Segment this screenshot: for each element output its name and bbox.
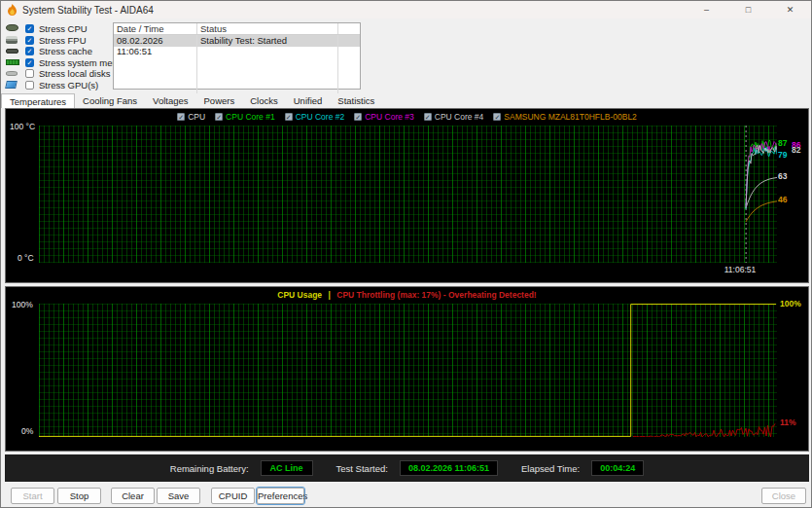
usage-title-separator: | [328,290,330,300]
maximize-button[interactable]: □ [727,1,769,18]
legend-label[interactable]: CPU Core #3 [365,112,414,122]
title-bar: System Stability Test - AIDA64 – □ ✕ [1,1,811,18]
close-button[interactable]: Close [761,488,806,504]
legend-checkbox[interactable]: ✓ [215,113,223,121]
preferences-button[interactable]: Preferences [257,488,304,504]
usage-chart-panel: CPU Usage | CPU Throttling (max: 17%) - … [5,286,809,452]
stress-checkbox[interactable]: ✓ [25,58,34,67]
log-table-rows: 08.02.2026 11:06:51Stability Test: Start… [114,35,360,93]
log-col-date-header[interactable]: Date / Time [114,23,197,34]
usage-plot [39,304,777,437]
test-started-value-lcd: 08.02.2026 11:06:51 [400,460,498,476]
disk-icon [6,69,19,78]
elapsed-time-label: Elapsed Time: [521,463,580,474]
usage-right-value: 11% [780,417,796,427]
legend-item: ✓CPU Core #1 [215,112,275,122]
stress-checkbox[interactable]: ✓ [25,36,34,45]
temperature-chart-panel: ✓CPU✓CPU Core #1✓CPU Core #2✓CPU Core #3… [5,108,809,283]
log-row-empty [114,58,360,70]
minimize-button[interactable]: – [686,1,727,18]
log-row-empty [114,70,360,82]
window-title: System Stability Test - AIDA64 [22,5,154,16]
save-button[interactable]: Save [157,488,200,504]
temp-end-value: 46 [778,195,787,204]
stress-label[interactable]: Stress local disks [39,68,110,79]
temp-end-value: 63 [778,171,787,181]
stress-checkbox[interactable]: ✓ [25,24,34,33]
legend-label[interactable]: SAMSUNG MZAL81T0HFLB-00BL2 [504,112,637,122]
tab-cooling-fans[interactable]: Cooling Fans [75,93,145,108]
aida64-flame-icon [7,4,18,16]
fpu-icon [6,36,19,45]
usage-title-throttling-warning: CPU Throttling (max: 17%) - Overheating … [336,290,536,300]
stress-checkbox[interactable]: ✓ [25,47,34,55]
stress-label[interactable]: Stress CPU [39,23,88,34]
battery-value-lcd: AC Line [261,460,313,476]
log-col-status-header[interactable]: Status [197,23,338,34]
legend-item: ✓CPU Core #3 [354,112,414,122]
temp-time-label: 11:06:51 [698,265,782,274]
log-row-status: Stability Test: Started [197,35,338,47]
legend-item: ✓CPU [177,112,205,122]
cache-icon [6,47,19,55]
legend-checkbox[interactable]: ✓ [285,113,293,121]
clear-button[interactable]: Clear [111,488,155,504]
usage-y-min-label: 0% [21,426,33,436]
temp-end-value: 82 [792,145,800,155]
button-bar: Start Stop Clear Save CPUID Preferences … [1,482,811,508]
stress-label[interactable]: Stress cache [39,46,92,56]
log-col-extra-header [338,23,360,34]
temperature-plot [39,126,777,263]
stress-checkbox[interactable] [25,81,34,90]
log-table-header: Date / Time Status [114,23,360,35]
gpu-icon [6,81,19,90]
window-controls: – □ ✕ [686,1,811,18]
stop-button[interactable]: Stop [57,488,101,504]
temp-y-max-label: 100 °C [10,122,35,131]
legend-item: ✓CPU Core #4 [424,112,484,122]
log-row-extra [338,35,360,47]
memory-icon [6,58,19,67]
usage-y-max-label: 100% [12,300,33,309]
temp-end-value: 79 [778,150,787,160]
legend-checkbox[interactable]: ✓ [177,113,185,121]
stress-label[interactable]: Stress FPU [39,35,87,46]
tab-statistics[interactable]: Statistics [330,93,382,108]
stress-label[interactable]: Stress GPU(s) [39,80,98,91]
legend-item: ✓CPU Core #2 [285,112,345,122]
legend-label[interactable]: CPU [188,112,205,122]
temperature-legend: ✓CPU✓CPU Core #1✓CPU Core #2✓CPU Core #3… [6,111,808,123]
system-stability-test-window: System Stability Test - AIDA64 – □ ✕ ✓St… [0,0,812,508]
log-row-date: 08.02.2026 11:06:51 [114,35,197,47]
log-row[interactable]: 08.02.2026 11:06:51Stability Test: Start… [114,35,360,47]
tab-unified[interactable]: Unified [286,93,331,108]
stress-checkbox[interactable] [25,69,34,78]
log-row-empty [114,47,360,58]
legend-checkbox[interactable]: ✓ [493,113,501,121]
close-window-button[interactable]: ✕ [769,1,811,18]
temp-end-value: 87 [778,138,787,148]
cpuid-button[interactable]: CPUID [211,488,255,504]
legend-checkbox[interactable]: ✓ [354,113,362,121]
test-started-label: Test Started: [336,463,388,474]
event-log-table[interactable]: Date / Time Status 08.02.2026 11:06:51St… [113,22,361,90]
upper-panel: ✓Stress CPU✓Stress FPU✓Stress cache✓Stre… [1,18,811,93]
tab-voltages[interactable]: Voltages [145,93,195,108]
legend-item: ✓SAMSUNG MZAL81T0HFLB-00BL2 [493,112,637,122]
temp-y-min-label: 0 °C [18,253,34,263]
legend-label[interactable]: CPU Core #4 [435,112,484,122]
status-bar: Remaining Battery: AC Line Test Started:… [5,454,809,482]
usage-right-value: 100% [780,299,801,308]
legend-label[interactable]: CPU Core #2 [296,112,345,122]
legend-label[interactable]: CPU Core #1 [226,112,275,122]
tab-clocks[interactable]: Clocks [242,93,286,108]
tab-powers[interactable]: Powers [196,93,243,108]
battery-label: Remaining Battery: [170,463,249,474]
tab-temperatures[interactable]: Temperatures [1,93,75,108]
start-button[interactable]: Start [11,488,54,504]
usage-chart-title: CPU Usage | CPU Throttling (max: 17%) - … [6,290,808,300]
elapsed-time-value-lcd: 00:04:24 [591,460,644,476]
tab-bar: TemperaturesCooling FansVoltagesPowersCl… [1,93,811,108]
legend-checkbox[interactable]: ✓ [424,113,432,121]
usage-title-cpu-usage: CPU Usage [277,290,322,300]
